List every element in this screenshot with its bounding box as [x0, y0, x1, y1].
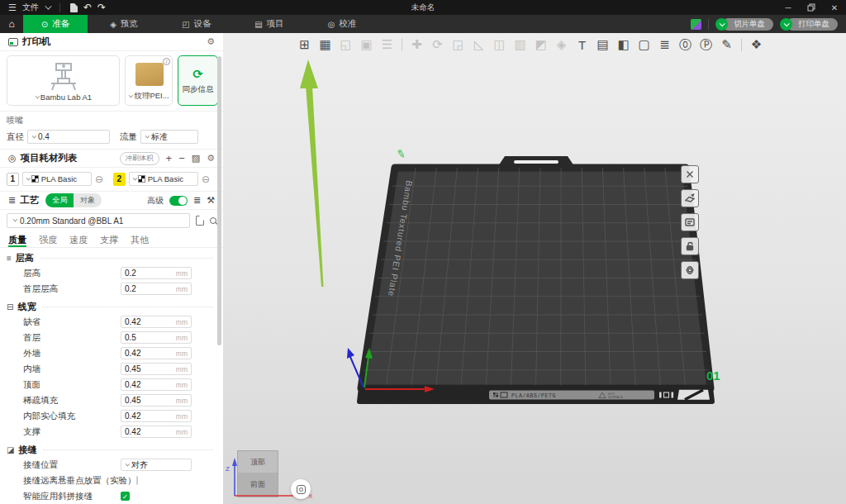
scope-object-button[interactable]: 对象	[74, 193, 102, 207]
chevron-down-icon	[784, 21, 790, 26]
zero-plate-button[interactable]: ⓪	[675, 37, 696, 53]
restore-button[interactable]	[800, 0, 823, 15]
process-tab-强度[interactable]: 强度	[39, 234, 57, 247]
plate-settings-button[interactable]: Ⓟ	[696, 37, 716, 53]
tab-icon: ▤	[254, 20, 262, 29]
param-input[interactable]: 0.45mm	[121, 363, 192, 375]
param-row: 稀疏填充0.45mm	[0, 392, 223, 408]
sidebar-scrollbar[interactable]	[217, 56, 221, 345]
hamburger-menu-icon[interactable]: ☰	[8, 2, 17, 13]
param-input[interactable]: 0.2mm	[121, 283, 192, 295]
undo-icon[interactable]: ↶	[83, 2, 92, 13]
process-preset-select[interactable]: 0.20mm Standard @BBL A1	[7, 213, 190, 228]
advanced-toggle[interactable]	[169, 196, 188, 206]
process-tab-质量[interactable]: 质量	[8, 234, 26, 247]
parameter-list-icon[interactable]: ≣	[193, 195, 201, 206]
param-checkbox[interactable]: ✓	[121, 492, 130, 501]
remove-filament-button[interactable]: −	[178, 152, 185, 164]
close-button[interactable]: ✕	[823, 0, 846, 15]
printer-name-dropdown[interactable]: Bambu Lab A1	[35, 93, 92, 105]
flow-select[interactable]: 标准	[140, 130, 198, 144]
tab-准备[interactable]: ⊙准备	[23, 15, 88, 33]
param-label: 内墙	[23, 364, 121, 375]
gear-icon[interactable]: ⚙	[207, 153, 215, 164]
add-model-button[interactable]: ⊞	[294, 37, 315, 52]
tab-预览[interactable]: ◈预览	[88, 15, 160, 33]
filament-edit-icon[interactable]: ▨	[192, 153, 200, 164]
param-input[interactable]: 0.5mm	[121, 331, 192, 344]
add-filament-button[interactable]: +	[166, 152, 173, 164]
process-tab-支撑[interactable]: 支撑	[100, 234, 118, 247]
plate-type-card[interactable]: i 纹理PEI...	[125, 55, 173, 106]
printer-select-card[interactable]: Bambu Lab A1	[7, 55, 120, 106]
home-button[interactable]: ⌂	[0, 15, 23, 33]
layers-button[interactable]: ≣	[654, 37, 675, 52]
param-unit: mm	[176, 412, 191, 421]
slice-plate-button[interactable]: 切片单盘	[715, 18, 773, 31]
tab-项目[interactable]: ▤项目	[233, 15, 306, 33]
param-checkbox[interactable]	[136, 476, 138, 485]
scope-switcher[interactable]: 全局 对象	[45, 193, 102, 207]
param-unit: mm	[176, 334, 191, 342]
tab-设备[interactable]: ◰设备	[160, 15, 233, 33]
param-select[interactable]: 对齐	[121, 459, 192, 471]
flow-label: 流量	[120, 131, 137, 143]
flush-volumes-button[interactable]: 冲刷体积	[120, 152, 159, 165]
mesh-boolean-button[interactable]: ◧	[613, 37, 634, 52]
search-icon[interactable]	[210, 217, 216, 224]
tab-校准[interactable]: ◎校准	[306, 15, 378, 33]
plate-preview-image	[135, 63, 164, 86]
print-plate-button[interactable]: 打印单盘	[780, 18, 838, 31]
rename-plate-button[interactable]	[681, 213, 699, 231]
process-section-header: ≣ 工艺 全局 对象 高级 ≣ ⚒	[0, 192, 223, 210]
param-input[interactable]: 0.42mm	[121, 316, 192, 328]
tune-icon[interactable]: ⚒	[207, 195, 215, 206]
gear-icon[interactable]: ⚙	[207, 36, 215, 47]
variable-layer-height-button[interactable]: ▤	[592, 37, 613, 52]
process-tab-速度[interactable]: 速度	[69, 234, 88, 247]
sync-info-button[interactable]: ⟳ 同步信息	[178, 55, 218, 106]
assembly-view-button[interactable]: ❖	[746, 37, 767, 52]
process-tab-其他[interactable]: 其他	[131, 234, 149, 247]
scope-global-button[interactable]: 全局	[45, 193, 74, 207]
nozzle-diameter-select[interactable]: 0.4	[27, 130, 110, 144]
param-input[interactable]: 0.42mm	[121, 410, 192, 422]
add-plate-button[interactable]: ▦	[315, 37, 335, 52]
slice-options-dropdown[interactable]	[715, 18, 728, 31]
lock-plate-button[interactable]	[681, 237, 699, 255]
filament-remove-icon[interactable]: ⊖	[202, 174, 210, 185]
minimize-button[interactable]: ─	[777, 0, 800, 15]
text-tool-button[interactable]: T	[572, 38, 592, 52]
plate-state-icon[interactable]	[691, 19, 701, 30]
plate-settings-button[interactable]	[681, 261, 699, 279]
info-icon[interactable]: i	[163, 58, 170, 65]
delete-plate-button[interactable]	[681, 165, 699, 183]
param-input[interactable]: 0.42mm	[121, 378, 192, 391]
param-input[interactable]: 0.45mm	[121, 394, 192, 407]
viewport-3d[interactable]: Bambu Textured PEI Plate PLA/ABS/PETG HO…	[223, 33, 846, 504]
print-options-dropdown[interactable]	[780, 18, 792, 31]
camera-view-button[interactable]	[291, 479, 311, 499]
param-unit: mm	[176, 285, 191, 293]
plate-type-dropdown[interactable]: 纹理PEI...	[128, 91, 169, 105]
filament-select-2[interactable]: PLA Basic	[129, 172, 198, 186]
filament-remove-icon[interactable]: ⊖	[95, 174, 103, 185]
new-project-icon[interactable]	[70, 3, 78, 12]
param-input[interactable]: 0.42mm	[121, 347, 192, 359]
redo-icon[interactable]: ↷	[97, 2, 106, 13]
param-input[interactable]: 0.2mm	[121, 267, 192, 279]
param-input[interactable]: 0.42mm	[121, 426, 192, 438]
save-preset-icon[interactable]	[196, 216, 204, 226]
seam-paint-button[interactable]: ▢	[634, 37, 654, 52]
filament-swatch-2[interactable]: 2	[113, 173, 126, 186]
filament-section-title: 项目耗材列表	[21, 152, 78, 164]
chevron-down-icon[interactable]	[45, 2, 51, 9]
arrange-plate-button[interactable]	[681, 189, 699, 207]
measure-button[interactable]: ✎	[716, 37, 737, 52]
print-plate-label: 打印单盘	[787, 18, 838, 31]
build-plate[interactable]: Bambu Textured PEI Plate PLA/ABS/PETG HO…	[223, 33, 846, 504]
filament-select-1[interactable]: PLA Basic	[22, 172, 92, 186]
file-menu[interactable]: 文件	[22, 2, 39, 13]
viewfinder-icon	[297, 485, 306, 494]
filament-swatch-1[interactable]: 1	[7, 173, 19, 186]
